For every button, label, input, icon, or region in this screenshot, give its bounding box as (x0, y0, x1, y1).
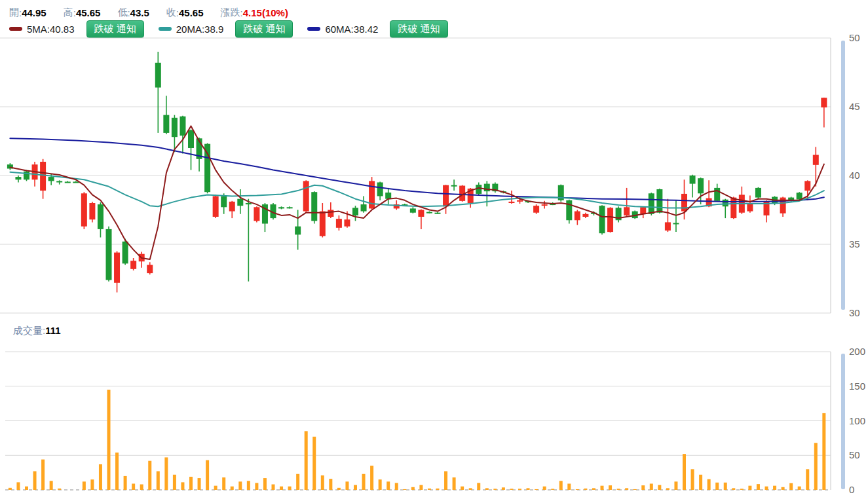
volume-bar (99, 464, 102, 490)
candle-body (640, 207, 646, 214)
volume-axis-tick: 150 (849, 380, 865, 392)
volume-bar (584, 489, 587, 490)
candlestick-and-volume-chart (0, 0, 868, 501)
candle-body (163, 115, 169, 133)
volume-bar (715, 483, 719, 490)
volume-bar (354, 485, 357, 490)
volume-bar (33, 472, 37, 490)
volume-bar (765, 487, 768, 490)
volume-bar (551, 489, 554, 490)
volume-bar (124, 476, 127, 490)
candle-body (517, 200, 523, 202)
volume-bar (41, 460, 45, 490)
volume-bar (683, 454, 686, 490)
candle-body (821, 98, 827, 107)
candle-body (155, 63, 161, 88)
volume-bar (189, 477, 193, 490)
candle-body (377, 183, 383, 196)
candle-body (649, 193, 654, 214)
volume-bar (173, 475, 176, 490)
volume-bar (419, 485, 423, 490)
candle-body (89, 203, 95, 219)
volume-bar (428, 489, 431, 490)
candle-body (755, 188, 761, 198)
candle-body (451, 185, 457, 187)
volume-bar (305, 431, 308, 490)
candle-body (665, 222, 671, 231)
candle-body (484, 184, 490, 192)
candle-body (172, 118, 178, 137)
volume-bar (782, 487, 785, 490)
volume-bar (527, 488, 530, 490)
candle-body (730, 198, 736, 219)
volume-bar (617, 489, 620, 490)
volume-bar (724, 483, 727, 490)
candle-body (599, 206, 605, 233)
candle-body (714, 188, 720, 201)
volume-bar (641, 485, 645, 490)
candle-body (385, 193, 391, 199)
volume-bar (411, 487, 415, 490)
volume-bar (214, 486, 217, 490)
volume-bar (50, 481, 53, 490)
candle-body (114, 253, 120, 283)
volume-bar (732, 488, 735, 490)
candle-body (81, 193, 87, 226)
volume-bar (757, 484, 760, 490)
volume-axis-tick: 100 (849, 415, 865, 426)
candle-body (278, 207, 284, 208)
volume-bar (567, 484, 571, 490)
volume-bar (16, 482, 20, 490)
volume-bar (206, 460, 209, 490)
candle-body (690, 176, 696, 184)
candle-body (303, 181, 309, 211)
candle-body (123, 242, 128, 264)
volume-bar (691, 469, 694, 490)
candle-body (73, 181, 79, 183)
candle-body (410, 208, 416, 212)
candle-body (246, 203, 252, 204)
candle-body (723, 200, 728, 207)
candle-body (106, 229, 112, 280)
volume-bar (485, 488, 489, 490)
volume-axis-tick: 200 (849, 346, 865, 357)
volume-bar (296, 474, 299, 490)
volume-bar (576, 489, 579, 490)
volume-bar (181, 482, 184, 490)
volume-bar (469, 488, 472, 490)
volume-bar (255, 483, 258, 490)
volume-bar (395, 483, 398, 490)
candle-body (98, 204, 104, 229)
volume-axis-scroll-strip[interactable] (841, 354, 845, 489)
volume-bar (247, 481, 250, 490)
volume-bar (666, 488, 670, 490)
candle-body (336, 219, 342, 228)
volume-bar (650, 484, 653, 490)
volume-bar (436, 489, 440, 490)
candle-body (575, 212, 580, 221)
volume-bar (535, 489, 538, 490)
candle-body (804, 181, 810, 191)
volume-bar (461, 487, 464, 490)
candle-body (229, 202, 235, 212)
candle-body (508, 202, 514, 203)
candle-body (237, 199, 243, 206)
price-axis-scroll-strip[interactable] (841, 41, 845, 310)
volume-bar (387, 481, 390, 490)
price-axis-tick: 40 (849, 170, 860, 181)
volume-bar (83, 481, 86, 490)
candle-body (130, 261, 136, 269)
candle-body (443, 185, 449, 207)
volume-bar (559, 481, 563, 490)
volume-bar (222, 477, 225, 490)
volume-bar (238, 481, 242, 490)
volume-bar (312, 437, 316, 490)
volume-bar (263, 478, 267, 490)
candle-body (65, 181, 71, 183)
candle-body (673, 223, 679, 224)
candle-body (147, 265, 153, 274)
volume-bar (148, 461, 151, 490)
volume-bar (493, 489, 497, 490)
candle-body (328, 210, 333, 217)
volume-bar (798, 487, 801, 490)
